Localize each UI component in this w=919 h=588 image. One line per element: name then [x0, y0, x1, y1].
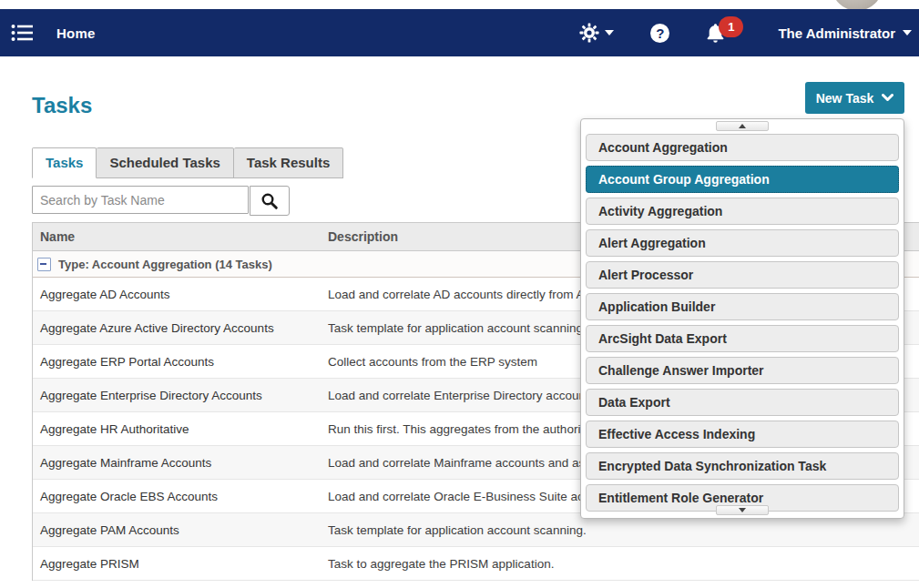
task-description-cell: Task template for application account sc…: [324, 523, 919, 537]
menu-item-encrypted-data-synchronization-task[interactable]: Encrypted Data Synchronization Task: [586, 452, 899, 480]
menu-item-account-group-aggregation[interactable]: Account Group Aggregation: [586, 166, 899, 193]
help-icon[interactable]: ?: [650, 24, 669, 43]
tab-task-results[interactable]: Task Results: [234, 147, 343, 178]
task-name-cell: Aggregate ERP Portal Accounts: [33, 355, 324, 369]
task-name-cell: Aggregate Azure Active Directory Account…: [33, 321, 324, 335]
column-header-name[interactable]: Name: [33, 229, 324, 244]
search-button[interactable]: [250, 186, 290, 216]
task-name-cell: Aggregate PAM Accounts: [33, 523, 324, 537]
page-title: Tasks: [32, 93, 92, 118]
task-name-cell: Aggregate Enterprise Directory Accounts: [33, 389, 324, 402]
navbar: Home: [0, 9, 919, 56]
menu-item-alert-processor[interactable]: Alert Processor: [586, 261, 899, 289]
collapse-icon[interactable]: [37, 258, 51, 271]
search-icon: [260, 192, 279, 210]
table-row-aggregate-prism[interactable]: Aggregate PRISMTask to aggregate the PRI…: [33, 547, 919, 581]
menu-item-arcsight-data-export[interactable]: ArcSight Data Export: [586, 325, 899, 352]
chevron-down-icon: [882, 94, 893, 102]
new-task-label: New Task: [816, 91, 874, 106]
scroll-up-button[interactable]: [716, 121, 769, 131]
menu-item-effective-access-indexing[interactable]: Effective Access Indexing: [586, 421, 899, 448]
task-name-cell: Aggregate AD Accounts: [33, 288, 324, 301]
group-label: Type: Account Aggregation (14 Tasks): [58, 258, 272, 271]
gear-icon: [579, 23, 599, 43]
tab-tasks[interactable]: Tasks: [32, 147, 97, 178]
menu-item-activity-aggregation[interactable]: Activity Aggregation: [586, 198, 899, 225]
menu-item-application-builder[interactable]: Application Builder: [586, 293, 899, 320]
menu-hamburger-icon[interactable]: [9, 19, 36, 46]
triangle-down-icon: [739, 508, 746, 512]
user-name-label: The Administrator: [778, 25, 895, 41]
chevron-down-icon: [605, 30, 614, 35]
new-task-button[interactable]: New Task: [805, 82, 904, 114]
triangle-up-icon: [739, 124, 746, 128]
list-icon: [11, 24, 35, 42]
menu-item-account-aggregation[interactable]: Account Aggregation: [586, 134, 899, 161]
search-input[interactable]: [32, 186, 249, 214]
tabs: TasksScheduled TasksTask Results: [32, 147, 343, 178]
scroll-down-button[interactable]: [716, 505, 769, 515]
menu-item-data-export[interactable]: Data Export: [586, 389, 899, 416]
task-description-cell: Task to aggregate the PRISM application.: [324, 557, 919, 571]
settings-menu[interactable]: [579, 23, 614, 43]
task-name-cell: Aggregate HR Authoritative: [33, 422, 324, 436]
top-strip: [0, 0, 919, 9]
menu-item-alert-aggregation[interactable]: Alert Aggregation: [586, 229, 899, 257]
notifications-button[interactable]: 1: [706, 23, 741, 44]
user-menu[interactable]: The Administrator: [778, 25, 912, 41]
notification-count-badge: 1: [719, 16, 743, 37]
tab-scheduled-tasks[interactable]: Scheduled Tasks: [97, 147, 233, 178]
new-task-dropdown: Account AggregationAccount Group Aggrega…: [580, 118, 904, 519]
navbar-right: ? 1 The Administrator: [579, 23, 912, 44]
dropdown-menu-items: Account AggregationAccount Group Aggrega…: [586, 134, 899, 516]
chevron-down-icon: [903, 30, 912, 35]
task-name-cell: Aggregate Mainframe Accounts: [33, 456, 324, 470]
search-bar: [32, 186, 290, 216]
task-name-cell: Aggregate Oracle EBS Accounts: [33, 490, 324, 503]
nav-home-link[interactable]: Home: [56, 25, 95, 41]
task-name-cell: Aggregate PRISM: [33, 557, 324, 571]
menu-item-challenge-answer-importer[interactable]: Challenge Answer Importer: [586, 357, 899, 384]
